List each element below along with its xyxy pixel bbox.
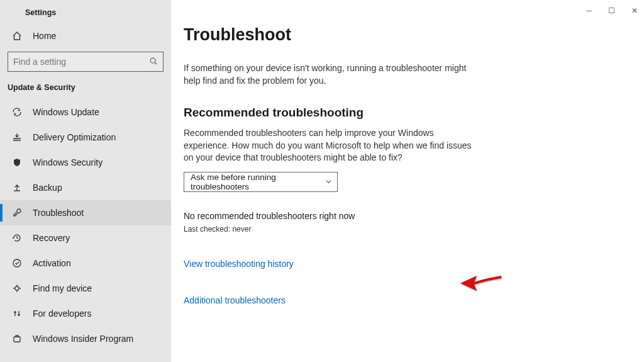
sidebar-item-label: Windows Security xyxy=(33,157,103,167)
dev-tools-icon xyxy=(11,308,23,319)
insider-icon xyxy=(11,333,23,344)
sidebar-item-windows-security[interactable]: Windows Security xyxy=(0,150,171,175)
no-recommended-text: No recommended troubleshooters right now xyxy=(184,211,479,221)
sidebar-item-find-my-device[interactable]: Find my device xyxy=(0,276,171,301)
window-controls: ─ ☐ ✕ xyxy=(586,6,638,15)
sidebar-item-label: Windows Update xyxy=(33,107,99,117)
svg-rect-3 xyxy=(14,337,20,342)
clock-back-icon xyxy=(11,232,23,244)
sidebar-nav: Windows Update Delivery Optimization Win… xyxy=(0,99,171,351)
sidebar-item-recovery[interactable]: Recovery xyxy=(0,225,171,251)
recommended-desc: Recommended troubleshooters can help imp… xyxy=(184,127,479,164)
sidebar-item-activation[interactable]: Activation xyxy=(0,251,171,276)
svg-point-1 xyxy=(13,259,21,267)
sidebar-item-troubleshoot[interactable]: Troubleshoot xyxy=(0,200,171,225)
additional-troubleshooters-link[interactable]: Additional troubleshooters xyxy=(184,295,479,305)
dropdown-selected-label: Ask me before running troubleshooters xyxy=(191,173,320,191)
chevron-down-icon xyxy=(325,177,332,187)
close-button[interactable]: ✕ xyxy=(631,6,638,15)
sidebar-item-for-developers[interactable]: For developers xyxy=(0,301,171,326)
wrench-icon xyxy=(11,207,23,218)
download-stack-icon xyxy=(11,132,23,143)
sidebar-item-label: Backup xyxy=(33,183,62,193)
window-title: Settings xyxy=(25,8,56,17)
svg-point-0 xyxy=(150,58,155,63)
troubleshoot-preference-dropdown[interactable]: Ask me before running troubleshooters xyxy=(184,172,338,192)
home-icon xyxy=(11,30,23,42)
sidebar-item-label: Troubleshoot xyxy=(33,208,84,218)
recommended-title: Recommended troubleshooting xyxy=(184,106,479,120)
check-circle-icon xyxy=(11,257,23,269)
shield-icon xyxy=(11,157,23,168)
sidebar-item-label: Activation xyxy=(33,258,71,268)
search-input[interactable] xyxy=(13,57,149,67)
sidebar-item-label: Windows Insider Program xyxy=(33,334,133,344)
view-history-link[interactable]: View troubleshooting history xyxy=(184,259,479,269)
nav-home-label: Home xyxy=(33,31,56,41)
sidebar-category: Update & Security xyxy=(0,81,171,99)
search-icon xyxy=(149,57,158,67)
minimize-button[interactable]: ─ xyxy=(586,6,592,15)
search-box[interactable] xyxy=(8,52,164,72)
backup-arrow-icon xyxy=(11,182,23,193)
maximize-button[interactable]: ☐ xyxy=(608,6,615,15)
sidebar-item-label: For developers xyxy=(33,308,91,319)
sidebar-item-backup[interactable]: Backup xyxy=(0,175,171,200)
intro-text: If something on your device isn't workin… xyxy=(184,62,479,87)
sidebar-item-windows-insider[interactable]: Windows Insider Program xyxy=(0,326,171,351)
main-content: Troubleshoot If something on your device… xyxy=(171,0,644,362)
svg-point-2 xyxy=(15,286,19,290)
page-title: Troubleshoot xyxy=(184,25,479,45)
nav-home[interactable]: Home xyxy=(0,24,171,48)
sidebar-item-label: Delivery Optimization xyxy=(33,132,116,142)
sidebar-item-windows-update[interactable]: Windows Update xyxy=(0,99,171,125)
last-checked-text: Last checked: never xyxy=(184,225,479,234)
sidebar-item-label: Find my device xyxy=(33,283,92,293)
sidebar-item-label: Recovery xyxy=(33,233,70,243)
sync-icon xyxy=(11,106,23,118)
sidebar-item-delivery-optimization[interactable]: Delivery Optimization xyxy=(0,125,171,150)
location-icon xyxy=(11,283,23,294)
annotation-arrow xyxy=(460,269,504,297)
window-header: Settings xyxy=(0,5,171,24)
sidebar: Settings Home Update & Security Windows … xyxy=(0,0,171,362)
